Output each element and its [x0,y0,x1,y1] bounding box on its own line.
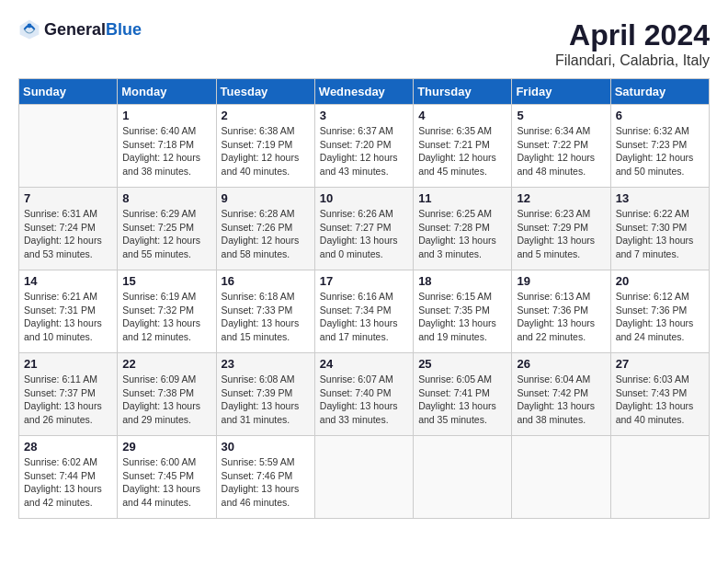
logo-text: GeneralBlue [44,20,142,40]
day-info: Sunrise: 6:23 AM Sunset: 7:29 PM Dayligh… [517,207,605,261]
day-info: Sunrise: 6:18 AM Sunset: 7:33 PM Dayligh… [222,290,310,344]
calendar-cell [610,436,709,519]
day-number: 30 [222,440,310,454]
calendar-cell: 14Sunrise: 6:21 AM Sunset: 7:31 PM Dayli… [19,270,118,353]
calendar-cell [512,436,610,519]
logo: GeneralBlue [18,18,142,40]
calendar-cell: 12Sunrise: 6:23 AM Sunset: 7:29 PM Dayli… [512,188,610,270]
day-number: 10 [320,191,408,205]
calendar-cell: 8Sunrise: 6:29 AM Sunset: 7:25 PM Daylig… [118,188,216,270]
day-number: 23 [222,357,310,371]
calendar-cell: 13Sunrise: 6:22 AM Sunset: 7:30 PM Dayli… [610,188,709,270]
day-number: 1 [122,109,210,122]
day-info: Sunrise: 6:40 AM Sunset: 7:18 PM Dayligh… [122,124,210,178]
calendar-cell: 27Sunrise: 6:03 AM Sunset: 7:43 PM Dayli… [610,353,709,436]
day-number: 26 [517,357,605,371]
day-number: 25 [418,357,506,371]
day-of-week-header: Monday [118,79,216,105]
calendar-cell: 29Sunrise: 6:00 AM Sunset: 7:45 PM Dayli… [118,436,216,519]
calendar-cell [414,436,512,519]
day-number: 27 [616,357,704,371]
calendar-cell: 26Sunrise: 6:04 AM Sunset: 7:42 PM Dayli… [512,353,610,436]
day-number: 8 [122,191,210,205]
day-of-week-header: Sunday [19,79,118,105]
day-info: Sunrise: 6:28 AM Sunset: 7:26 PM Dayligh… [222,207,310,261]
day-info: Sunrise: 6:08 AM Sunset: 7:39 PM Dayligh… [222,373,310,427]
calendar-cell: 25Sunrise: 6:05 AM Sunset: 7:41 PM Dayli… [414,353,512,436]
calendar-cell: 15Sunrise: 6:19 AM Sunset: 7:32 PM Dayli… [118,270,216,353]
calendar-cell: 20Sunrise: 6:12 AM Sunset: 7:36 PM Dayli… [610,270,709,353]
day-info: Sunrise: 6:35 AM Sunset: 7:21 PM Dayligh… [418,124,506,178]
calendar-cell: 9Sunrise: 6:28 AM Sunset: 7:26 PM Daylig… [216,188,314,270]
day-of-week-header: Wednesday [314,79,413,105]
day-number: 24 [320,357,408,371]
day-info: Sunrise: 6:02 AM Sunset: 7:44 PM Dayligh… [24,455,112,510]
day-info: Sunrise: 6:26 AM Sunset: 7:27 PM Dayligh… [320,207,408,261]
day-info: Sunrise: 6:09 AM Sunset: 7:38 PM Dayligh… [122,373,210,427]
logo-general: General [44,20,106,39]
logo-blue: Blue [106,20,142,39]
calendar-cell: 16Sunrise: 6:18 AM Sunset: 7:33 PM Dayli… [216,270,314,353]
day-number: 7 [24,191,112,205]
day-info: Sunrise: 6:03 AM Sunset: 7:43 PM Dayligh… [616,373,704,427]
calendar-week-row: 7Sunrise: 6:31 AM Sunset: 7:24 PM Daylig… [19,188,710,270]
day-info: Sunrise: 6:31 AM Sunset: 7:24 PM Dayligh… [24,207,112,261]
calendar-cell: 18Sunrise: 6:15 AM Sunset: 7:35 PM Dayli… [414,270,512,353]
calendar-cell: 7Sunrise: 6:31 AM Sunset: 7:24 PM Daylig… [19,188,118,270]
day-of-week-header: Saturday [610,79,709,105]
day-number: 14 [24,274,112,288]
calendar-table: SundayMondayTuesdayWednesdayThursdayFrid… [18,78,710,519]
calendar-cell: 28Sunrise: 6:02 AM Sunset: 7:44 PM Dayli… [19,436,118,519]
day-number: 3 [320,109,408,122]
calendar-header-row: SundayMondayTuesdayWednesdayThursdayFrid… [19,79,710,105]
day-of-week-header: Thursday [414,79,512,105]
calendar-cell: 1Sunrise: 6:40 AM Sunset: 7:18 PM Daylig… [118,105,216,188]
day-number: 21 [24,357,112,371]
day-info: Sunrise: 6:13 AM Sunset: 7:36 PM Dayligh… [517,290,605,344]
day-number: 2 [222,109,310,122]
day-info: Sunrise: 6:00 AM Sunset: 7:45 PM Dayligh… [122,455,210,510]
day-info: Sunrise: 6:38 AM Sunset: 7:19 PM Dayligh… [222,124,310,178]
logo-icon [18,18,40,40]
calendar-cell: 21Sunrise: 6:11 AM Sunset: 7:37 PM Dayli… [19,353,118,436]
day-info: Sunrise: 6:32 AM Sunset: 7:23 PM Dayligh… [616,124,704,178]
day-info: Sunrise: 6:37 AM Sunset: 7:20 PM Dayligh… [320,124,408,178]
day-number: 15 [122,274,210,288]
calendar-cell: 22Sunrise: 6:09 AM Sunset: 7:38 PM Dayli… [118,353,216,436]
day-number: 6 [616,109,704,122]
calendar-cell: 10Sunrise: 6:26 AM Sunset: 7:27 PM Dayli… [314,188,413,270]
day-info: Sunrise: 6:34 AM Sunset: 7:22 PM Dayligh… [517,124,605,178]
day-of-week-header: Tuesday [216,79,314,105]
calendar-cell: 17Sunrise: 6:16 AM Sunset: 7:34 PM Dayli… [314,270,413,353]
location: Filandari, Calabria, Italy [555,52,710,69]
calendar-cell: 30Sunrise: 5:59 AM Sunset: 7:46 PM Dayli… [216,436,314,519]
day-number: 19 [517,274,605,288]
calendar-week-row: 14Sunrise: 6:21 AM Sunset: 7:31 PM Dayli… [19,270,710,353]
calendar-cell: 2Sunrise: 6:38 AM Sunset: 7:19 PM Daylig… [216,105,314,188]
day-info: Sunrise: 5:59 AM Sunset: 7:46 PM Dayligh… [222,455,310,510]
day-info: Sunrise: 6:22 AM Sunset: 7:30 PM Dayligh… [616,207,704,261]
day-number: 18 [418,274,506,288]
day-info: Sunrise: 6:07 AM Sunset: 7:40 PM Dayligh… [320,373,408,427]
day-info: Sunrise: 6:19 AM Sunset: 7:32 PM Dayligh… [122,290,210,344]
day-number: 11 [418,191,506,205]
day-number: 17 [320,274,408,288]
svg-marker-0 [20,20,40,40]
day-info: Sunrise: 6:25 AM Sunset: 7:28 PM Dayligh… [418,207,506,261]
calendar-cell [19,105,118,188]
calendar-cell: 4Sunrise: 6:35 AM Sunset: 7:21 PM Daylig… [414,105,512,188]
day-number: 4 [418,109,506,122]
day-info: Sunrise: 6:21 AM Sunset: 7:31 PM Dayligh… [24,290,112,344]
day-number: 29 [122,440,210,454]
day-number: 22 [122,357,210,371]
title-section: April 2024 Filandari, Calabria, Italy [555,18,710,69]
day-number: 16 [222,274,310,288]
day-info: Sunrise: 6:16 AM Sunset: 7:34 PM Dayligh… [320,290,408,344]
calendar-week-row: 21Sunrise: 6:11 AM Sunset: 7:37 PM Dayli… [19,353,710,436]
day-number: 5 [517,109,605,122]
day-number: 28 [24,440,112,454]
calendar-cell: 19Sunrise: 6:13 AM Sunset: 7:36 PM Dayli… [512,270,610,353]
day-number: 9 [222,191,310,205]
calendar-cell: 3Sunrise: 6:37 AM Sunset: 7:20 PM Daylig… [314,105,413,188]
day-of-week-header: Friday [512,79,610,105]
